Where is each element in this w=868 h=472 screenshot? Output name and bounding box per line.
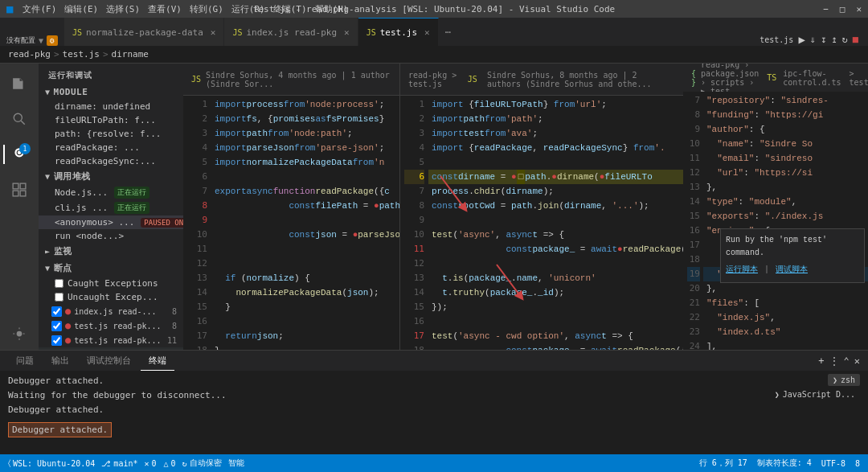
- config-chevron[interactable]: ▼: [39, 36, 43, 45]
- tab-close-btn[interactable]: ✕: [211, 27, 216, 38]
- editor-body-2[interactable]: 12345 6 78910 11 1213141516 17 181920212…: [400, 96, 683, 350]
- section-watch-header[interactable]: ► 监视: [39, 243, 183, 260]
- code-area-1[interactable]: import process from 'node:process'; impo…: [211, 96, 399, 350]
- debug-continue-btn[interactable]: ▶: [798, 33, 805, 46]
- panel-expand-btn[interactable]: ⌃: [844, 355, 850, 367]
- tab-debug-console[interactable]: 调试控制台: [79, 351, 139, 370]
- status-spaces[interactable]: 制表符长度: 4: [757, 458, 812, 469]
- activity-debug[interactable]: 1: [3, 138, 35, 170]
- code-line: "funding": "https://gi: [703, 108, 868, 122]
- section-module-header[interactable]: ▼ Module: [39, 84, 183, 100]
- debug-highlight: □: [517, 170, 526, 184]
- tab-problems[interactable]: 问题: [8, 351, 42, 370]
- warnings-count: 0: [171, 459, 176, 468]
- run-script-btn[interactable]: 运行脚本: [726, 263, 758, 277]
- bp-uncaught-checkbox[interactable]: [55, 293, 63, 302]
- editor-group-2: read-pkg > test.js JS Sindre Sorhus, 8 m…: [400, 64, 683, 350]
- status-remote[interactable]: 〈 WSL: Ubuntu-20.04: [8, 458, 95, 468]
- bp-indexjs[interactable]: ● index.js read-... 8: [39, 304, 183, 318]
- item-label: cli.js ...: [55, 203, 108, 213]
- bp-testjs-8[interactable]: ● test.js read-pk... 8: [39, 318, 183, 333]
- callstack-item-cli[interactable]: cli.js ... 正在运行: [39, 200, 183, 215]
- file-icon-json: { }: [691, 69, 696, 87]
- panel-close-btn[interactable]: ✕: [854, 355, 860, 367]
- close-button[interactable]: ✕: [856, 4, 862, 14]
- menu-select[interactable]: 选择(S): [106, 3, 140, 15]
- tab-index-read-pkg[interactable]: JS index.js read-pkg ✕: [224, 18, 358, 46]
- bp-indexjs-checkbox[interactable]: [51, 306, 62, 317]
- code-area-2[interactable]: import {fileURLToPath} from 'url'; impor…: [428, 96, 683, 350]
- menu-view[interactable]: 查看(V): [148, 3, 182, 15]
- sidebar: 运行和调试 ▼ Module dirname: undefined fileUR…: [39, 64, 183, 350]
- callstack-item-nodejs[interactable]: Node.js... 正在运行: [39, 185, 183, 200]
- terminal-content[interactable]: Debugger attached. Waiting for the debug…: [0, 371, 868, 454]
- activity-search[interactable]: [3, 103, 35, 135]
- config-gear[interactable]: ⚙: [47, 35, 58, 46]
- activity-extensions[interactable]: [3, 174, 35, 206]
- debug-step-over-btn[interactable]: ⇓: [810, 34, 816, 45]
- breadcrumb-part2[interactable]: test.js: [63, 49, 100, 60]
- section-callstack: ▼ 调用堆栈 Node.js... 正在运行 cli.js ... 正在运行 <…: [39, 168, 183, 243]
- editor-body-1[interactable]: 12345 67 8 9 1011121314 1516171819 20212…: [183, 96, 399, 350]
- bp-uncaught-exceptions[interactable]: Uncaught Excep...: [39, 290, 183, 304]
- minimize-button[interactable]: −: [823, 4, 829, 14]
- debug-step-out-btn[interactable]: ↥: [831, 34, 837, 45]
- tab-test-js[interactable]: JS test.js ✕: [358, 18, 439, 46]
- maximize-button[interactable]: □: [840, 4, 845, 14]
- tab-normalize-package-data[interactable]: JS normalize-package-data ✕: [64, 18, 224, 46]
- activity-explorer[interactable]: [3, 68, 35, 100]
- shell-item-js[interactable]: ❯ JavaScript D...: [770, 388, 860, 400]
- git-branch-icon: ⎇: [101, 459, 111, 468]
- menu-goto[interactable]: 转到(G): [190, 3, 223, 15]
- status-position[interactable]: 行 6，列 17: [699, 458, 747, 469]
- bp-testjs11-checkbox[interactable]: [51, 335, 62, 346]
- tab-output[interactable]: 输出: [43, 351, 77, 370]
- tab-overflow-btn[interactable]: ⋯: [439, 18, 457, 46]
- code-line: [211, 170, 399, 184]
- status-intellisense[interactable]: 智能: [228, 458, 244, 469]
- debug-stop-btn[interactable]: ■: [853, 34, 858, 45]
- hover-info-box: Run by the 'npm test' command. 运行脚本 | 调试…: [720, 228, 865, 283]
- bp-testjs-11[interactable]: ● test.js read-pk... 11: [39, 333, 183, 347]
- code-line: normalizePackageData(json);: [211, 285, 399, 300]
- status-encoding[interactable]: UTF-8: [821, 459, 845, 468]
- section-watch-label: 监视: [54, 245, 72, 257]
- breadcrumb-part3[interactable]: dirname: [112, 49, 149, 60]
- status-lineending[interactable]: 8: [855, 459, 860, 468]
- status-sync[interactable]: ↻ 自动保密: [182, 458, 222, 469]
- panel-split-btn[interactable]: ⋮: [829, 355, 839, 367]
- debug-script-btn[interactable]: 调试脚本: [776, 263, 808, 277]
- svg-rect-4: [13, 191, 18, 196]
- status-branch[interactable]: ⎇ main*: [101, 459, 137, 468]
- no-config-label: 没有配置: [6, 35, 35, 46]
- item-label: fileURLToPath: f...: [55, 115, 156, 125]
- callstack-item-anonymous[interactable]: <anonymous> ... PAUSED ON BR...: [39, 215, 183, 229]
- code-line: import fs, {promises as fsPromises}: [211, 112, 399, 126]
- menu-edit[interactable]: 编辑(E): [64, 3, 98, 15]
- right-editor-body[interactable]: 7891011 1213141516 1718 19 2021222324 25…: [683, 92, 868, 350]
- right-code-area[interactable]: "repository": "sindres- "funding": "http…: [703, 92, 868, 350]
- section-breakpoints-header[interactable]: ▼ 断点: [39, 260, 183, 277]
- code-line: import normalizePackageData from 'n: [211, 155, 399, 170]
- right-ipc-label: ipc-flow-control.d.ts: [783, 69, 841, 87]
- panel-add-btn[interactable]: +: [818, 355, 824, 367]
- tab-close-btn-3[interactable]: ✕: [424, 27, 430, 38]
- section-callstack-header[interactable]: ▼ 调用堆栈: [39, 168, 183, 185]
- code-line: import {fileURLToPath} from 'url';: [428, 97, 683, 112]
- menu-file[interactable]: 文件(F): [23, 3, 56, 15]
- tab-close-btn-2[interactable]: ✕: [344, 27, 350, 38]
- bp-caught-exceptions[interactable]: Caught Exceptions: [39, 277, 183, 290]
- sidebar-item-readpackage: readPackage: ...: [39, 141, 183, 154]
- debug-step-into-btn[interactable]: ↧: [821, 34, 826, 45]
- status-errors[interactable]: ✕ 0 △ 0: [144, 459, 175, 468]
- breadcrumb-part1[interactable]: read-pkg: [8, 49, 51, 60]
- window-controls[interactable]: − □ ✕: [823, 4, 862, 14]
- bp-testjs8-checkbox[interactable]: [51, 321, 62, 331]
- callstack-item-run[interactable]: run <node...>: [39, 229, 183, 243]
- activity-settings[interactable]: [3, 318, 35, 350]
- tab-terminal[interactable]: 终端: [141, 351, 174, 371]
- debug-restart-btn[interactable]: ↻: [842, 34, 848, 45]
- bp-caught-checkbox[interactable]: [55, 279, 63, 288]
- shell-item-zsh[interactable]: ❯ zsh: [828, 374, 860, 386]
- lineending-label: 8: [855, 459, 860, 468]
